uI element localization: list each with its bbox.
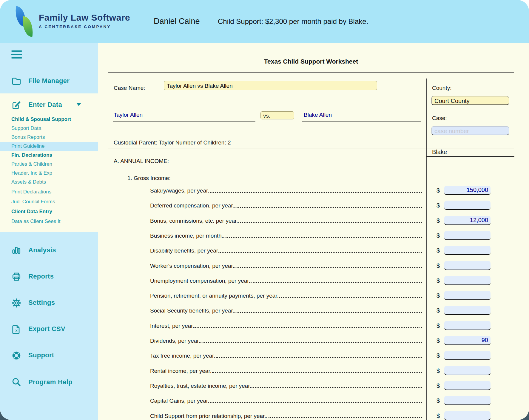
worksheet-title: Texas Child Support Worksheet <box>108 51 514 71</box>
submenu-item[interactable]: Bonus Reports <box>0 133 98 142</box>
income-amount-input[interactable] <box>444 306 491 315</box>
sidebar-item-program-help[interactable]: Program Help <box>0 376 98 389</box>
hamburger-menu-icon[interactable] <box>11 50 22 59</box>
submenu-item[interactable]: Parties & Children <box>0 160 98 169</box>
submenu-item[interactable]: Client Data Entry <box>0 207 98 216</box>
gear-icon <box>11 298 21 308</box>
case-name-label: Case Name: <box>114 85 145 91</box>
enter-data-submenu: Child & Spousal SupportSupport DataBonus… <box>0 115 98 226</box>
income-row: Worker's compensation, per year. <box>150 261 422 269</box>
dotted-leader <box>216 357 422 358</box>
sidebar-item-file-manager[interactable]: File Manager <box>0 75 98 88</box>
party-left-underline <box>113 121 255 121</box>
income-amount-input[interactable] <box>444 351 491 360</box>
income-row-label: Tax free income, per year. <box>150 353 215 359</box>
sidebar-item-label: Analysis <box>28 246 56 254</box>
income-amount-input[interactable] <box>444 201 491 210</box>
income-amount-input[interactable] <box>444 411 491 420</box>
dotted-leader <box>252 387 422 388</box>
chevron-down-icon <box>76 103 81 106</box>
submenu-item[interactable]: Child & Spousal Support <box>0 115 98 124</box>
sidebar-item-reports[interactable]: Reports <box>0 270 98 284</box>
sidebar-item-support[interactable]: Support <box>0 349 98 362</box>
magnifier-icon <box>11 377 21 387</box>
currency-symbol: $ <box>437 307 442 314</box>
party-right-input[interactable]: Blake Allen <box>304 112 332 118</box>
income-amount-input[interactable]: 12,000 <box>444 216 491 225</box>
currency-symbol: $ <box>437 247 442 254</box>
submenu-item[interactable]: Header, Inc & Exp <box>0 169 98 178</box>
worksheet-frame: Texas Child Support Worksheet Case Name:… <box>108 51 514 420</box>
sidebar-item-label: Support <box>28 351 54 359</box>
sidebar-item-label: Export CSV <box>28 325 65 333</box>
income-row-label: Dividends, per year. <box>150 338 200 344</box>
sidebar-item-analysis[interactable]: Analysis <box>0 244 98 257</box>
currency-symbol: $ <box>437 202 442 209</box>
county-input[interactable]: Court County <box>431 96 509 105</box>
party-left-input[interactable]: Taylor Allen <box>114 112 143 118</box>
printer-icon <box>11 272 21 282</box>
dotted-leader <box>279 297 422 298</box>
income-amount-input[interactable] <box>444 381 491 390</box>
income-amount-input[interactable] <box>444 231 491 240</box>
income-row-label: Salary/wages, per year. <box>150 187 209 194</box>
dotted-leader <box>195 327 422 328</box>
income-amount-input[interactable] <box>444 396 491 405</box>
sidebar-item-settings[interactable]: Settings <box>0 297 98 310</box>
blake-column-header: Blake <box>432 149 447 156</box>
income-amount-input[interactable]: 150,000 <box>444 186 491 195</box>
income-amount-input[interactable] <box>444 261 491 270</box>
case-name-input[interactable]: Taylor Allen vs Blake Allen <box>164 81 377 90</box>
income-row-label: Unemployment compensation, per year. <box>150 278 250 284</box>
submenu-item[interactable]: Print Guideline <box>0 142 98 151</box>
income-row-label: Rental income, per year. <box>150 368 212 374</box>
income-amount-input[interactable] <box>444 291 491 300</box>
dotted-leader <box>210 402 422 403</box>
currency-symbol: $ <box>437 352 442 359</box>
brand-logo-icon <box>14 6 38 36</box>
logo-leaf-green <box>21 16 35 37</box>
income-row-label: Pension, retirement, or annuity payments… <box>150 293 279 299</box>
income-row-label: Interest, per year. <box>150 323 194 329</box>
case-number-input[interactable]: case number <box>431 126 509 135</box>
sidebar-item-label: Settings <box>28 299 55 307</box>
submenu-item[interactable]: Fin. Declarations <box>0 151 98 160</box>
sidebar: File Manager Enter Data Child & Spousal … <box>0 43 98 420</box>
dotted-leader <box>266 417 422 418</box>
brand-text: Family Law Software A CENTERBASE COMPANY <box>39 13 130 29</box>
sidebar-item-export-csv[interactable]: x Export CSV <box>0 323 98 336</box>
enter-data-section: Enter Data Child & Spousal SupportSuppor… <box>0 93 98 232</box>
submenu-item[interactable]: Print Declarations <box>0 187 98 196</box>
submenu-item[interactable]: Support Data <box>0 124 98 133</box>
dotted-leader <box>235 312 422 313</box>
worksheet-area: Texas Child Support Worksheet Case Name:… <box>98 43 529 420</box>
income-amount-input[interactable] <box>444 276 491 285</box>
income-amount-input[interactable] <box>444 366 491 375</box>
dotted-leader <box>223 237 422 238</box>
income-row: Bonus, commissions, etc. per year. <box>150 216 422 224</box>
submenu-item[interactable]: Data as Client Sees It <box>0 217 98 226</box>
income-row: Unemployment compensation, per year. <box>150 276 422 284</box>
section-divider-rule <box>108 148 514 148</box>
submenu-item[interactable]: Jud. Council Forms <box>0 197 98 206</box>
folder-icon <box>11 76 21 86</box>
income-row: Disability benefits, per year. <box>150 246 422 254</box>
income-amount-input[interactable] <box>444 321 491 330</box>
currency-symbol: $ <box>437 262 442 269</box>
annual-income-heading: A. ANNUAL INCOME: <box>114 158 169 164</box>
user-name: Daniel Caine <box>154 17 200 26</box>
income-amount-input[interactable]: 90 <box>444 336 491 345</box>
life-ring-icon <box>11 350 21 361</box>
income-amount-input[interactable] <box>444 246 491 255</box>
sidebar-item-enter-data[interactable]: Enter Data <box>0 99 98 112</box>
vs-input[interactable]: vs. <box>260 111 294 119</box>
currency-symbol: $ <box>437 397 442 404</box>
file-export-x-icon: x <box>11 324 21 334</box>
submenu-item[interactable]: Assets & Debts <box>0 178 98 187</box>
currency-symbol: $ <box>437 322 442 329</box>
currency-symbol: $ <box>437 187 442 194</box>
dotted-leader <box>251 282 422 283</box>
income-row: Royalties, trust, estate income, per yea… <box>150 381 422 389</box>
income-row: Salary/wages, per year. <box>150 186 422 194</box>
app-header: Family Law Software A CENTERBASE COMPANY… <box>0 0 529 43</box>
